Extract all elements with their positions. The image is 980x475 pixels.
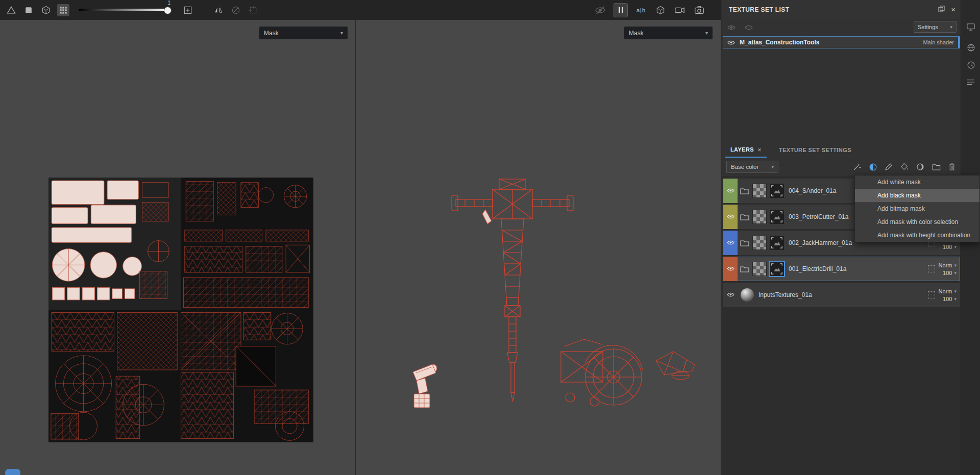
split-view-icon[interactable]: a|b [635,4,647,16]
menu-item-add-white-mask[interactable]: Add white mask [855,176,979,189]
layer-visibility-eye-icon[interactable] [727,290,734,299]
display-settings-icon[interactable] [961,19,980,35]
layer-color-swatch [723,257,738,281]
add-folder-icon[interactable] [930,161,942,172]
notification-pill[interactable] [5,469,20,475]
model-wireframes [356,20,721,475]
material-cube-icon[interactable] [654,4,667,16]
tab-texture-set-settings[interactable]: TEXTURE SET SETTINGS [774,142,856,158]
chevron-down-icon: ▾ [705,30,708,36]
pattern-grid-tool-icon[interactable] [57,4,69,16]
square-brush-tool-icon[interactable] [22,4,35,16]
shader-settings-icon[interactable] [961,40,980,55]
layer-content-thumbnail[interactable] [770,184,784,198]
blend-mode-dropdown[interactable]: Norm▾ [939,262,957,268]
chevron-down-icon: ▾ [954,270,957,276]
add-smart-material-icon[interactable] [915,161,926,172]
view-mode-label-2d: Mask [264,30,279,37]
opacity-dropdown[interactable]: 100▾ [943,270,957,276]
texture-set-visibility-eye-icon[interactable] [727,40,735,45]
chevron-down-icon: ▾ [954,296,957,302]
mask-placeholder-icon[interactable] [928,291,935,298]
layer-name: 001_ElectricDrill_01a [789,265,846,272]
slider-track[interactable] [79,9,168,11]
model-sander [656,352,695,380]
mask-thumbnail[interactable] [752,236,767,250]
chevron-down-icon: ▾ [954,289,957,294]
popout-window-icon[interactable] [938,5,945,14]
opacity-dropdown[interactable]: 100▾ [943,296,957,302]
screenshot-camera-icon[interactable] [693,4,705,16]
view-mode-dropdown-2d[interactable]: Mask ▾ [259,27,348,39]
model-jackhammer [452,179,573,402]
brush-triangle-tool-icon[interactable] [5,4,17,16]
chevron-down-icon: ▾ [954,244,957,249]
close-panel-icon[interactable]: × [951,6,955,13]
top-toolbar: 1 a|b [0,0,721,20]
add-paint-layer-pencil-icon[interactable] [883,161,894,172]
layer-visibility-eye-icon[interactable] [727,186,734,195]
menu-item-add-mask-height-combination[interactable]: Add mask with height combination [855,229,979,242]
mask-placeholder-icon[interactable] [928,265,935,272]
channel-selector-label: Base color [731,164,758,170]
model-petrol-cutter [561,339,643,406]
history-icon[interactable] [961,57,980,72]
pause-engine-button[interactable] [614,3,628,17]
layer-visibility-eye-icon[interactable] [727,238,734,247]
projection-settings-icon[interactable] [182,4,194,16]
layer-visibility-eye-icon[interactable] [727,212,734,221]
folder-icon [740,187,749,194]
view-mode-dropdown-3d[interactable]: Mask ▾ [624,27,713,39]
layer-row-inputs-textures[interactable]: InputsTextures_01a Norm▾ 100▾ [723,283,960,307]
slider-value-label: 1 [167,0,170,6]
layer-content-thumbnail[interactable] [770,262,784,276]
layer-visibility-eye-icon[interactable] [727,264,734,273]
menu-item-add-bitmap-mask[interactable]: Add bitmap mask [855,202,979,215]
texture-set-row[interactable]: M_atlas_ConstructionTools Main shader [723,36,960,48]
hide-ui-eye-slash-icon[interactable] [594,4,606,16]
folder-icon [740,265,749,272]
viewport-3d[interactable]: Mask ▾ [356,20,721,475]
layer-content-thumbnail[interactable] [770,236,784,250]
video-camera-icon[interactable] [674,4,686,16]
add-mask-icon[interactable] [867,161,878,172]
menu-item-add-mask-color-selection[interactable]: Add mask with color selection [855,215,979,229]
delete-layer-trash-icon[interactable] [946,161,958,172]
symmetry-flip-icon[interactable] [212,4,225,16]
menu-item-add-black-mask[interactable]: Add black mask [855,189,979,202]
model-drill [413,364,437,408]
chevron-down-icon: ▾ [950,24,952,30]
layer-content-thumbnail[interactable] [770,210,784,224]
layer-name: InputsTextures_01a [758,291,812,298]
opacity-dropdown[interactable]: 100▾ [943,244,957,250]
blend-mode-dropdown[interactable]: Norm▾ [939,288,957,294]
texture-set-name: M_atlas_ConstructionTools [740,39,819,46]
chevron-down-icon: ▾ [340,30,343,36]
mask-thumbnail[interactable] [752,184,767,198]
mask-thumbnail[interactable] [752,262,767,276]
add-fill-layer-bucket-icon[interactable] [899,161,910,172]
transform-gizmo-icon[interactable] [247,4,259,16]
mask-thumbnail[interactable] [752,210,767,224]
channel-selector-dropdown[interactable]: Base color ▾ [726,161,778,173]
grayscale-value-slider[interactable]: 1 [79,0,176,20]
layer-row-001-electricdrill[interactable]: 001_ElectricDrill_01a Norm▾ 100▾ [723,257,960,281]
settings-dropdown[interactable]: Settings ▾ [914,21,957,33]
add-effect-wand-icon[interactable] [851,161,863,172]
slider-handle[interactable] [164,7,172,14]
shader-label: Main shader [923,39,954,45]
layer-color-swatch [723,231,738,255]
tab-layers[interactable]: LAYERS × [725,142,767,158]
filter-eye-icon[interactable] [727,23,736,33]
folder-icon [740,239,749,246]
material-sphere-thumbnail[interactable] [741,288,754,302]
viewport-2d-uv[interactable]: Mask ▾ [0,20,355,475]
layer-name: 004_SAnder_01a [789,187,836,194]
filter-eye-outline-icon[interactable] [745,23,753,33]
layer-color-swatch [723,205,738,229]
close-tab-icon[interactable]: × [757,146,762,154]
folder-icon [740,213,749,220]
cube-brush-tool-icon[interactable] [40,4,52,16]
lazy-mouse-icon[interactable] [230,4,242,16]
log-icon[interactable] [961,74,980,90]
